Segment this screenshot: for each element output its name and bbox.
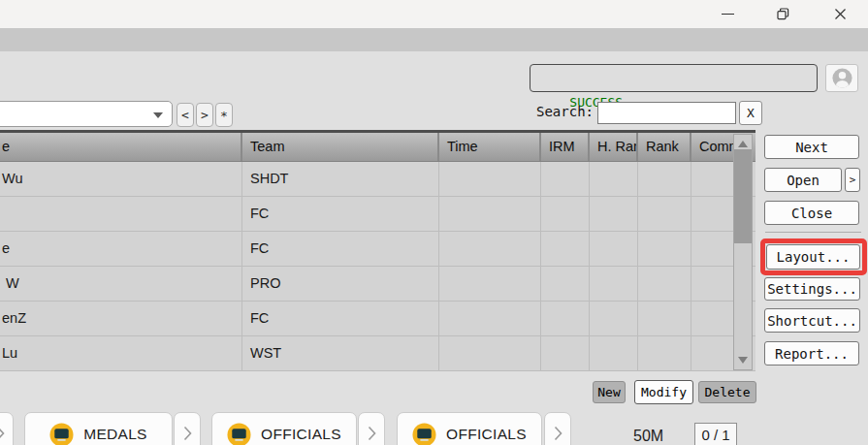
chevron-right-button[interactable] — [358, 412, 385, 445]
cell-empty — [541, 232, 590, 266]
star-button[interactable]: * — [215, 103, 233, 127]
cell-empty — [590, 197, 638, 231]
user-button[interactable] — [825, 64, 858, 92]
title-bar — [0, 0, 868, 28]
cell-name: Wu — [0, 162, 242, 196]
chevron-right-icon — [368, 426, 376, 441]
results-table: e Team Time IRM H. Ran Rank Comm Wu SHDT… — [0, 130, 755, 371]
cell-empty — [590, 267, 638, 301]
pool-label: 50M — [633, 428, 663, 445]
officials-button[interactable]: OFFICIALS — [211, 412, 357, 445]
officials-button-2[interactable]: OFFICIALS — [397, 412, 542, 445]
report-button[interactable]: Report... — [764, 341, 859, 366]
status-box: SUCCESS — [530, 64, 818, 92]
cell-empty — [638, 197, 691, 231]
cell-team: FC — [242, 197, 439, 231]
cell-team: WST — [242, 336, 439, 370]
cell-empty — [439, 336, 541, 370]
modify-button[interactable]: Modify — [634, 380, 693, 404]
table-row[interactable]: W PRO — [0, 267, 755, 302]
restore-button[interactable] — [766, 0, 799, 28]
close-window-button[interactable] — [823, 0, 856, 28]
close-button[interactable]: Close — [764, 201, 859, 225]
delete-button[interactable]: Delete — [698, 381, 756, 403]
chevron-right-icon — [554, 426, 563, 441]
cell-empty — [541, 302, 590, 335]
open-button[interactable]: Open — [764, 168, 842, 192]
minimize-icon — [722, 14, 734, 15]
cell-empty — [590, 302, 638, 335]
cell-empty — [638, 302, 691, 335]
cell-empty — [638, 336, 691, 370]
screen-icon — [49, 423, 74, 445]
event-combo-box[interactable] — [0, 101, 173, 127]
cell-name: enZ — [0, 302, 242, 335]
cell-empty — [590, 162, 638, 196]
cell-team: SHDT — [242, 162, 439, 196]
cell-team: FC — [242, 302, 439, 335]
officials-label-2: OFFICIALS — [446, 426, 527, 443]
chevron-right-icon — [0, 426, 5, 441]
next-event-button[interactable]: Next — [764, 135, 859, 159]
cell-empty — [541, 267, 590, 301]
user-icon — [831, 67, 853, 89]
cell-empty — [439, 197, 541, 231]
cell-empty — [590, 232, 638, 266]
app-window: SUCCESS < > * Search: X e Team Time IRM … — [0, 0, 868, 445]
chevron-right-icon — [183, 426, 192, 441]
column-header-name[interactable]: e — [0, 133, 242, 161]
panel-divider — [765, 232, 861, 233]
shortcut-button[interactable]: Shortcut... — [764, 308, 860, 333]
screen-icon — [227, 423, 251, 445]
chevron-right-button[interactable] — [544, 412, 571, 445]
toolbar-band — [0, 28, 868, 51]
chevron-right-button[interactable] — [0, 412, 14, 445]
table-header-row: e Team Time IRM H. Ran Rank Comm — [0, 133, 755, 162]
cell-empty — [439, 302, 541, 335]
column-header-heat-rank[interactable]: H. Ran — [590, 133, 638, 161]
cell-name — [0, 197, 242, 231]
medals-button[interactable]: MEDALS — [24, 412, 173, 445]
column-header-irm[interactable]: IRM — [541, 133, 590, 161]
counter-box: 0 / 1 — [694, 423, 737, 445]
chevron-right-button[interactable] — [174, 412, 201, 445]
column-header-team[interactable]: Team — [242, 133, 439, 161]
cell-name: e — [0, 232, 242, 266]
next-button[interactable]: > — [196, 103, 213, 127]
search-clear-button[interactable]: X — [739, 101, 762, 125]
scroll-down-icon[interactable] — [738, 357, 748, 364]
cell-empty — [439, 267, 541, 301]
scroll-up-icon[interactable] — [738, 141, 748, 147]
cell-empty — [541, 162, 590, 196]
cell-empty — [590, 336, 638, 370]
cell-empty — [439, 232, 541, 266]
officials-label: OFFICIALS — [261, 426, 341, 443]
cell-team: FC — [242, 232, 439, 266]
cell-team: PRO — [242, 267, 439, 301]
minimize-button[interactable] — [711, 0, 744, 28]
table-row[interactable]: Wu SHDT — [0, 162, 755, 197]
cell-name: W — [0, 267, 242, 301]
table-scrollbar[interactable] — [733, 134, 753, 370]
table-row[interactable]: FC — [0, 197, 755, 232]
table-row[interactable]: e FC — [0, 232, 755, 267]
table-row[interactable]: enZ FC — [0, 302, 755, 336]
cell-empty — [439, 162, 541, 196]
new-button[interactable]: New — [593, 381, 626, 403]
cell-empty — [638, 232, 691, 266]
cell-empty — [541, 197, 590, 231]
cell-empty — [541, 336, 590, 370]
open-more-button[interactable]: > — [845, 168, 860, 192]
medals-label: MEDALS — [83, 426, 147, 443]
layout-button[interactable]: Layout... — [766, 244, 860, 270]
prev-button[interactable]: < — [177, 103, 194, 127]
column-header-rank[interactable]: Rank — [638, 133, 691, 161]
cell-empty — [638, 162, 691, 196]
screen-icon — [412, 423, 436, 445]
search-input[interactable] — [597, 102, 736, 124]
column-header-time[interactable]: Time — [439, 133, 541, 161]
settings-button[interactable]: Settings... — [764, 277, 860, 301]
table-row[interactable]: Lu WST — [0, 336, 755, 371]
scrollbar-thumb[interactable] — [734, 149, 752, 243]
chevron-down-icon — [153, 112, 163, 118]
